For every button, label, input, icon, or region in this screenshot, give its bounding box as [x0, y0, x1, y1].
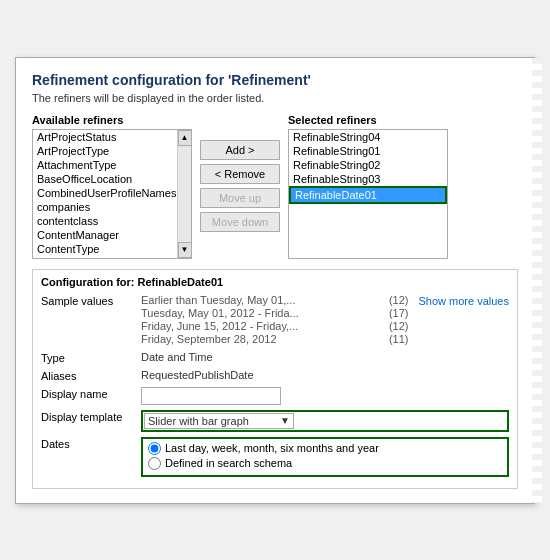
sample-value-item: Tuesday, May 01, 2012 - Frida... (17)	[141, 307, 409, 319]
sample-count: (12)	[389, 294, 409, 306]
chevron-down-icon: ▼	[280, 415, 290, 426]
display-template-value: Slider with bar graph ▼	[141, 410, 509, 432]
dates-row: Dates Last day, week, month, six months …	[41, 437, 509, 477]
sample-value-item: Earlier than Tuesday, May 01,... (12)	[141, 294, 409, 306]
type-row: Type Date and Time	[41, 351, 509, 364]
config-section: Configuration for: RefinableDate01 Sampl…	[32, 269, 518, 489]
list-item[interactable]: RefinableString01	[289, 144, 447, 158]
display-template-row: Display template Slider with bar graph ▼	[41, 410, 509, 432]
sample-text: Friday, September 28, 2012	[141, 333, 277, 345]
show-more-link[interactable]: Show more values	[419, 294, 510, 307]
display-template-select[interactable]: Slider with bar graph ▼	[144, 413, 294, 429]
display-name-value	[141, 387, 509, 405]
type-label: Type	[41, 351, 141, 364]
sample-values-row: Sample values Earlier than Tuesday, May …	[41, 294, 509, 346]
move-up-button[interactable]: Move up	[200, 188, 280, 208]
list-item[interactable]: RefinableString04	[289, 130, 447, 144]
list-item[interactable]: ContentManager	[33, 228, 177, 242]
sample-values-label: Sample values	[41, 294, 141, 307]
aliases-label: Aliases	[41, 369, 141, 382]
dates-options-container: Last day, week, month, six months and ye…	[141, 437, 509, 477]
dates-value: Last day, week, month, six months and ye…	[141, 437, 509, 477]
scrollbar-track	[178, 146, 191, 242]
scroll-down-button[interactable]: ▼	[178, 242, 192, 258]
list-item[interactable]: contentclass	[33, 214, 177, 228]
dates-option-1-row: Last day, week, month, six months and ye…	[148, 442, 502, 455]
available-refiners-items: ArtProjectStatus ArtProjectType Attachme…	[33, 130, 177, 258]
sample-value-item: Friday, September 28, 2012 (11)	[141, 333, 409, 345]
list-item[interactable]: RefinableString02	[289, 158, 447, 172]
dates-option-2-row: Defined in search schema	[148, 457, 502, 470]
sample-text: Earlier than Tuesday, May 01,...	[141, 294, 295, 306]
dates-radio-1[interactable]	[148, 442, 161, 455]
available-refiners-section: Available refiners ArtProjectStatus ArtP…	[32, 114, 192, 259]
sample-value-item: Friday, June 15, 2012 - Friday,... (12)	[141, 320, 409, 332]
display-template-label: Display template	[41, 410, 141, 423]
list-item[interactable]: BaseOfficeLocation	[33, 172, 177, 186]
move-down-button[interactable]: Move down	[200, 212, 280, 232]
list-item[interactable]: RefinableString03	[289, 172, 447, 186]
aliases-value: RequestedPublishDate	[141, 369, 509, 381]
dates-label: Dates	[41, 437, 141, 450]
sample-values-content: Earlier than Tuesday, May 01,... (12) Tu…	[141, 294, 509, 346]
sample-values-list: Earlier than Tuesday, May 01,... (12) Tu…	[141, 294, 409, 346]
remove-button[interactable]: < Remove	[200, 164, 280, 184]
available-refiners-listbox[interactable]: ArtProjectStatus ArtProjectType Attachme…	[32, 129, 192, 259]
list-item[interactable]: companies	[33, 200, 177, 214]
selected-list-item[interactable]: RefinableDate01	[289, 186, 447, 204]
scroll-up-button[interactable]: ▲	[178, 130, 192, 146]
list-item[interactable]: ArtProjectType	[33, 144, 177, 158]
type-value: Date and Time	[141, 351, 509, 363]
list-item[interactable]: ContentType	[33, 242, 177, 256]
dialog-title: Refinement configuration for 'Refinement…	[32, 72, 518, 88]
add-button[interactable]: Add >	[200, 140, 280, 160]
dates-option-2-label: Defined in search schema	[165, 457, 292, 469]
scrollbar[interactable]: ▲ ▼	[177, 130, 191, 258]
available-refiners-label: Available refiners	[32, 114, 192, 126]
sample-count: (11)	[389, 333, 409, 345]
display-template-select-wrapper: Slider with bar graph ▼	[141, 410, 509, 432]
sample-text: Friday, June 15, 2012 - Friday,...	[141, 320, 298, 332]
dialog-subtitle: The refiners will be displayed in the or…	[32, 92, 518, 104]
sample-text: Tuesday, May 01, 2012 - Frida...	[141, 307, 299, 319]
config-title: Configuration for: RefinableDate01	[41, 276, 509, 288]
sample-count: (17)	[389, 307, 409, 319]
dates-option-1-label: Last day, week, month, six months and ye…	[165, 442, 379, 454]
aliases-row: Aliases RequestedPublishDate	[41, 369, 509, 382]
list-item[interactable]: ContentTypeId	[33, 256, 177, 258]
list-item[interactable]: CombinedUserProfileNames	[33, 186, 177, 200]
list-item[interactable]: AttachmentType	[33, 158, 177, 172]
refinement-dialog: Refinement configuration for 'Refinement…	[15, 57, 535, 504]
action-buttons: Add > < Remove Move up Move down	[200, 114, 280, 259]
display-name-row: Display name	[41, 387, 509, 405]
display-name-label: Display name	[41, 387, 141, 400]
sample-count: (12)	[389, 320, 409, 332]
display-name-input[interactable]	[141, 387, 281, 405]
list-item[interactable]: ArtProjectStatus	[33, 130, 177, 144]
refiners-columns: Available refiners ArtProjectStatus ArtP…	[32, 114, 518, 259]
select-value: Slider with bar graph	[148, 415, 249, 427]
selected-refiners-label: Selected refiners	[288, 114, 448, 126]
dates-radio-2[interactable]	[148, 457, 161, 470]
selected-refiners-section: Selected refiners RefinableString04 Refi…	[288, 114, 448, 259]
selected-refiners-listbox[interactable]: RefinableString04 RefinableString01 Refi…	[288, 129, 448, 259]
